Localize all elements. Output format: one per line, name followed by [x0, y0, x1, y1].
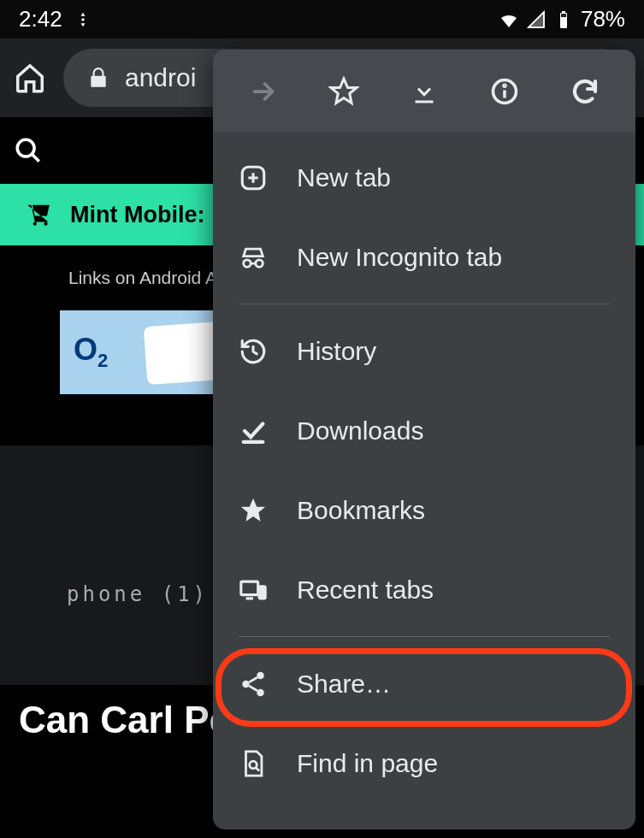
menu-label: Recent tabs: [297, 575, 434, 605]
menu-item-downloads[interactable]: Downloads: [213, 391, 635, 470]
menu-item-history[interactable]: History: [213, 311, 635, 391]
cart-icon: [24, 200, 53, 229]
menu-icon-row: [213, 50, 635, 133]
menu-label: History: [297, 337, 376, 366]
svg-rect-8: [241, 581, 258, 595]
bookmark-page-button[interactable]: [318, 66, 369, 117]
svg-point-11: [242, 680, 250, 688]
url-text: androi: [125, 63, 196, 92]
svg-rect-9: [259, 586, 265, 598]
reload-icon: [570, 76, 600, 107]
svg-point-6: [504, 85, 505, 86]
incognito-icon: [239, 243, 268, 272]
menu-label: New tab: [297, 163, 391, 192]
app-indicator-icon: [74, 11, 92, 28]
menu-label: Find in page: [297, 749, 438, 778]
menu-item-recent-tabs[interactable]: Recent tabs: [213, 550, 635, 629]
menu-divider: [239, 636, 610, 637]
menu-item-new-tab[interactable]: New tab: [213, 138, 635, 217]
menu-item-find-in-page[interactable]: Find in page: [213, 723, 635, 803]
star-outline-icon: [328, 76, 359, 107]
ad-banner[interactable]: O2: [60, 310, 214, 394]
menu-item-bookmarks[interactable]: Bookmarks: [213, 470, 635, 550]
find-in-page-icon: [239, 749, 268, 778]
ad-brand: O2: [74, 332, 108, 372]
search-icon[interactable]: [14, 136, 43, 165]
history-icon: [239, 337, 268, 366]
star-filled-icon: [239, 496, 268, 525]
menu-item-share[interactable]: Share…: [213, 644, 635, 723]
arrow-forward-icon: [248, 76, 279, 107]
reload-button[interactable]: [559, 66, 611, 117]
download-icon: [409, 76, 440, 107]
menu-label: Bookmarks: [297, 496, 425, 525]
menu-label: Share…: [297, 670, 391, 699]
overflow-menu: New tab New Incognito tab History Downlo…: [213, 50, 635, 829]
home-icon[interactable]: [14, 62, 46, 94]
menu-item-incognito[interactable]: New Incognito tab: [213, 217, 635, 297]
forward-button: [238, 66, 289, 117]
battery-icon: [553, 9, 574, 30]
menu-label: New Incognito tab: [297, 243, 502, 272]
lock-icon: [87, 67, 109, 89]
info-icon: [489, 76, 520, 107]
svg-rect-1: [562, 11, 565, 13]
status-bar: 2:42 78%: [0, 0, 644, 38]
devices-icon: [239, 575, 268, 605]
menu-divider: [239, 304, 610, 304]
status-time: 2:42: [19, 6, 62, 32]
checkmark-underline-icon: [239, 416, 268, 446]
new-tab-icon: [239, 163, 268, 192]
menu-label: Downloads: [297, 416, 423, 446]
promo-text: Mint Mobile:: [70, 202, 204, 228]
cellular-icon: [526, 9, 547, 30]
wifi-icon: [499, 9, 519, 30]
download-page-button[interactable]: [399, 66, 450, 117]
svg-point-12: [257, 688, 264, 696]
page-info-button[interactable]: [479, 66, 530, 117]
svg-point-3: [17, 139, 34, 156]
share-icon: [239, 670, 268, 699]
svg-point-10: [257, 671, 264, 679]
battery-percent: 78%: [581, 6, 625, 32]
svg-rect-2: [561, 14, 566, 17]
